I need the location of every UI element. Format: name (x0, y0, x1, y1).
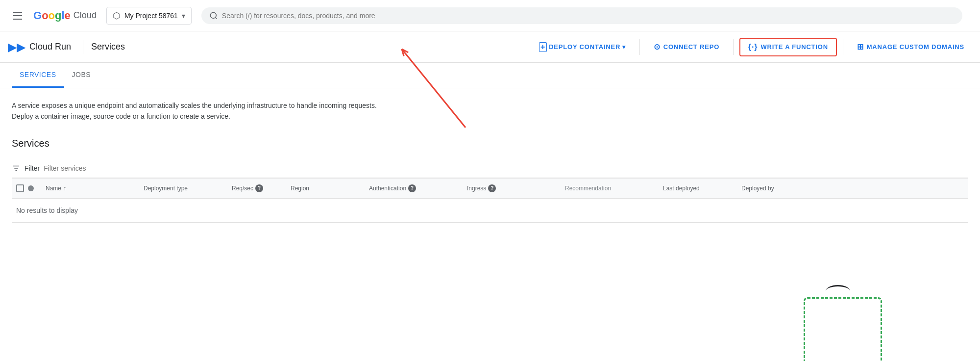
header-deployment-type: Deployment type (144, 185, 232, 192)
req-sec-label: Req/sec (232, 185, 253, 192)
header-authentication: Authentication ? (369, 184, 467, 192)
header-last-deployed: Last deployed (663, 185, 741, 192)
name-column-label: Name (46, 185, 61, 192)
tab-services[interactable]: SERVICES (12, 63, 64, 88)
ingress-help-icon[interactable]: ? (488, 184, 496, 192)
top-nav: Google Cloud ⬡ My Project 58761 ▾ (0, 0, 980, 31)
nav-actions: + DEPLOY CONTAINER ▾ ⊙ CONNECT REPO {·} … (531, 38, 972, 56)
status-dot (28, 185, 34, 191)
req-sec-help-icon[interactable]: ? (255, 184, 263, 192)
search-icon (209, 11, 218, 20)
last-deployed-label: Last deployed (663, 185, 700, 192)
manage-custom-domains-label: MANAGE CUSTOM DOMAINS (867, 43, 964, 51)
domains-icon: ⊞ (857, 42, 864, 52)
separator (639, 39, 640, 55)
tabs-bar: SERVICES JOBS (0, 63, 980, 88)
project-selector[interactable]: ⬡ My Project 58761 ▾ (106, 7, 192, 25)
table-header: Name ↑ Deployment type Req/sec ? Region … (12, 179, 968, 199)
write-function-button[interactable]: {·} WRITE A FUNCTION (739, 38, 837, 56)
header-recommendation: Recommendation (565, 185, 663, 192)
function-icon: {·} (748, 43, 758, 52)
select-all-checkbox[interactable] (16, 184, 24, 192)
description-line-1: A service exposes a unique endpoint and … (12, 100, 968, 111)
write-function-label: WRITE A FUNCTION (760, 43, 828, 51)
authentication-label: Authentication (369, 185, 406, 192)
cloud-run-logo: ▶▶ Cloud Run (8, 40, 83, 54)
header-deployed-by: Deployed by (741, 185, 820, 192)
hamburger-menu[interactable] (8, 6, 27, 26)
svg-line-1 (215, 17, 217, 19)
search-input[interactable] (222, 12, 955, 20)
connect-repo-button[interactable]: ⊙ CONNECT REPO (646, 38, 727, 55)
svg-point-0 (210, 12, 216, 18)
chevron-down-icon: ▾ (182, 12, 185, 20)
manage-custom-domains-button[interactable]: ⊞ MANAGE CUSTOM DOMAINS (849, 38, 972, 55)
cloud-run-icon: ▶▶ (8, 40, 25, 54)
header-ingress: Ingress ? (467, 184, 565, 192)
recommendation-label: Recommendation (565, 185, 611, 192)
chevron-down-icon: ▾ (622, 44, 626, 51)
app-name: Cloud Run (29, 42, 71, 52)
deployment-type-label: Deployment type (144, 185, 188, 192)
description-block: A service exposes a unique endpoint and … (12, 100, 968, 122)
tab-jobs[interactable]: JOBS (64, 63, 99, 88)
separator2 (733, 39, 734, 55)
services-section-title: Services (12, 138, 968, 149)
connect-repo-label: CONNECT REPO (663, 43, 719, 51)
header-checkbox-cell (16, 184, 46, 192)
main-content: A service exposes a unique endpoint and … (0, 88, 980, 234)
filter-icon (12, 164, 21, 173)
region-label: Region (291, 185, 309, 192)
search-bar[interactable] (201, 7, 962, 24)
project-icon: ⬡ (113, 10, 121, 21)
description-line-2: Deploy a container image, source code or… (12, 111, 968, 122)
separator3 (843, 39, 843, 55)
plus-icon: + (539, 42, 547, 52)
github-icon: ⊙ (654, 42, 661, 52)
header-name: Name ↑ (46, 185, 144, 192)
filter-label: Filter (24, 164, 40, 172)
ingress-label: Ingress (467, 185, 486, 192)
deploy-container-label: DEPLOY CONTAINER (549, 43, 620, 51)
header-req-sec: Req/sec ? (232, 184, 291, 192)
service-nav: ▶▶ Cloud Run Services + DEPLOY CONTAINER… (0, 31, 980, 63)
deployed-by-label: Deployed by (741, 185, 774, 192)
google-cloud-logo[interactable]: Google Cloud (33, 9, 97, 22)
project-name: My Project 58761 (124, 12, 178, 20)
header-region: Region (291, 185, 369, 192)
service-section: Services (91, 42, 133, 52)
filter-bar: Filter (12, 159, 968, 178)
sort-icon[interactable]: ↑ (63, 185, 66, 192)
authentication-help-icon[interactable]: ? (408, 184, 416, 192)
filter-input[interactable] (44, 164, 129, 172)
services-table: Name ↑ Deployment type Req/sec ? Region … (12, 178, 968, 223)
empty-table-message: No results to display (12, 199, 968, 222)
deploy-container-button[interactable]: + DEPLOY CONTAINER ▾ (531, 38, 634, 56)
